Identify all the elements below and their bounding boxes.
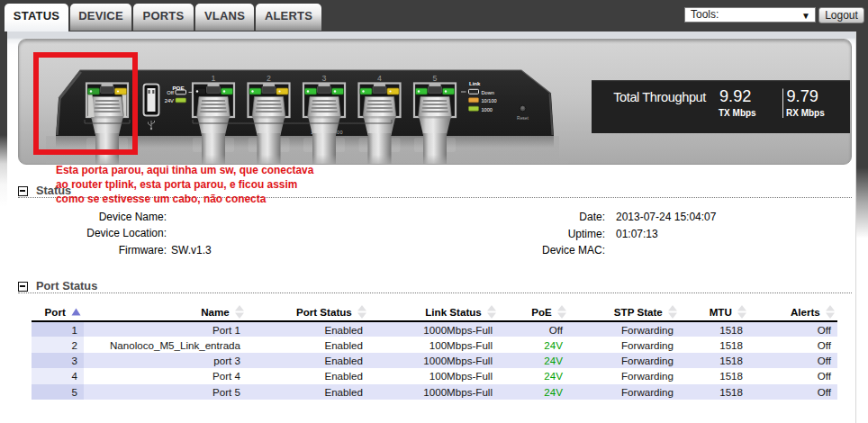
svg-text:Total Throughput: Total Throughput <box>613 90 706 104</box>
svg-text:5: 5 <box>433 74 438 83</box>
svg-text:4: 4 <box>377 74 382 83</box>
svg-text:1: 1 <box>212 74 216 83</box>
svg-text:10/100: 10/100 <box>482 98 497 104</box>
svg-text:3: 3 <box>322 74 327 83</box>
svg-text:Reset: Reset <box>517 116 529 121</box>
svg-text:2: 2 <box>267 74 271 83</box>
svg-text:Link: Link <box>469 81 481 86</box>
svg-text:Down: Down <box>482 90 494 95</box>
svg-text:TX Mbps: TX Mbps <box>719 108 756 118</box>
svg-text:9.92: 9.92 <box>719 87 751 105</box>
svg-text:1000: 1000 <box>482 107 493 112</box>
svg-text:Off: Off <box>167 90 174 95</box>
svg-text:RX Mbps: RX Mbps <box>786 108 825 118</box>
svg-text:9.79: 9.79 <box>787 87 818 105</box>
svg-text:24V: 24V <box>165 98 174 104</box>
